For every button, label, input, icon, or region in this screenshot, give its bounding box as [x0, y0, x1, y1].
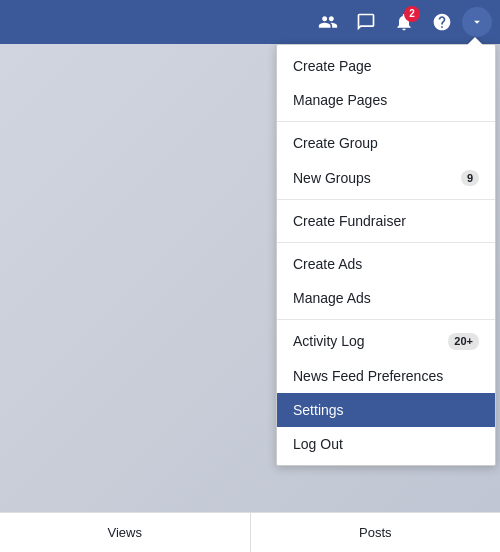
divider-3 — [277, 242, 495, 243]
menu-item-activity-log[interactable]: Activity Log 20+ — [277, 324, 495, 358]
menu-item-create-group[interactable]: Create Group — [277, 126, 495, 160]
account-dropdown-btn[interactable] — [462, 7, 492, 37]
messenger-icon-btn[interactable] — [348, 4, 384, 40]
navbar: 2 — [0, 0, 500, 44]
tab-views[interactable]: Views — [0, 513, 251, 552]
bottom-tabs: Views Posts — [0, 512, 500, 552]
activity-log-badge: 20+ — [448, 333, 479, 349]
menu-item-news-feed-prefs[interactable]: News Feed Preferences — [277, 359, 495, 393]
divider-4 — [277, 319, 495, 320]
notifications-icon-btn[interactable]: 2 — [386, 4, 422, 40]
menu-item-create-page[interactable]: Create Page — [277, 49, 495, 83]
menu-item-log-out[interactable]: Log Out — [277, 427, 495, 461]
nav-icons: 2 — [310, 4, 492, 40]
dropdown-triangle — [467, 37, 483, 45]
friends-icon-btn[interactable] — [310, 4, 346, 40]
dropdown-menu: Create Page Manage Pages Create Group Ne… — [276, 44, 496, 466]
divider-1 — [277, 121, 495, 122]
help-icon-btn[interactable] — [424, 4, 460, 40]
menu-item-new-groups[interactable]: New Groups 9 — [277, 161, 495, 195]
menu-item-manage-pages[interactable]: Manage Pages — [277, 83, 495, 117]
notification-badge: 2 — [404, 6, 420, 22]
new-groups-badge: 9 — [461, 170, 479, 186]
menu-item-create-fundraiser[interactable]: Create Fundraiser — [277, 204, 495, 238]
divider-2 — [277, 199, 495, 200]
menu-item-settings[interactable]: Settings — [277, 393, 495, 427]
menu-item-create-ads[interactable]: Create Ads — [277, 247, 495, 281]
menu-item-manage-ads[interactable]: Manage Ads — [277, 281, 495, 315]
tab-posts[interactable]: Posts — [251, 513, 501, 552]
